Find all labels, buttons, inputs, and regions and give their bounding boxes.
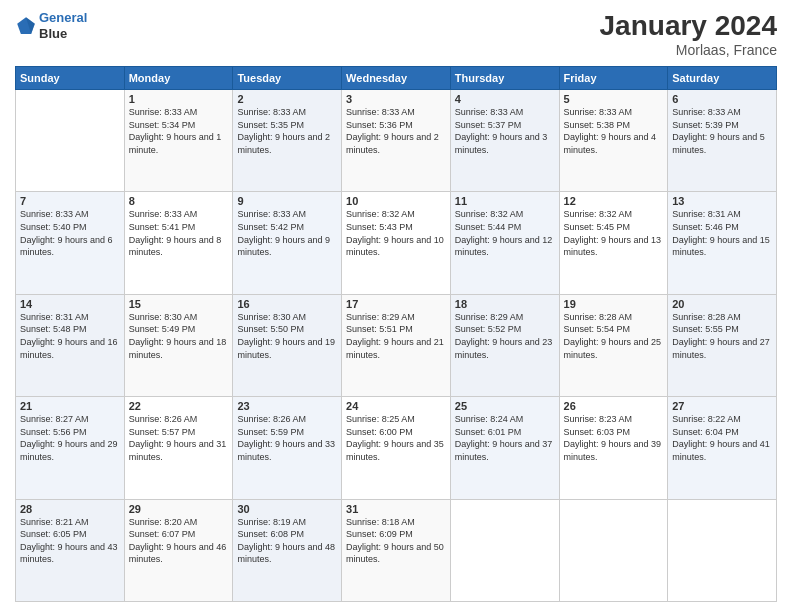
sunrise-text: Sunrise: 8:30 AM [237, 311, 337, 324]
day-number: 13 [672, 195, 772, 207]
sunrise-text: Sunrise: 8:33 AM [129, 106, 229, 119]
weekday-header: Friday [559, 67, 668, 90]
logo-line2: Blue [39, 26, 87, 42]
sunset-text: Sunset: 5:43 PM [346, 221, 446, 234]
sunrise-text: Sunrise: 8:30 AM [129, 311, 229, 324]
sunset-text: Sunset: 5:50 PM [237, 323, 337, 336]
calendar-cell: 24 Sunrise: 8:25 AM Sunset: 6:00 PM Dayl… [342, 397, 451, 499]
daylight-text: Daylight: 9 hours and 8 minutes. [129, 234, 229, 259]
calendar-cell: 16 Sunrise: 8:30 AM Sunset: 5:50 PM Dayl… [233, 294, 342, 396]
calendar-cell [450, 499, 559, 601]
daylight-text: Daylight: 9 hours and 31 minutes. [129, 438, 229, 463]
sunset-text: Sunset: 5:38 PM [564, 119, 664, 132]
daylight-text: Daylight: 9 hours and 39 minutes. [564, 438, 664, 463]
daylight-text: Daylight: 9 hours and 15 minutes. [672, 234, 772, 259]
logo-line1: General [39, 10, 87, 25]
calendar-week-row: 1 Sunrise: 8:33 AM Sunset: 5:34 PM Dayli… [16, 90, 777, 192]
calendar-cell: 17 Sunrise: 8:29 AM Sunset: 5:51 PM Dayl… [342, 294, 451, 396]
calendar-cell [668, 499, 777, 601]
calendar-cell: 19 Sunrise: 8:28 AM Sunset: 5:54 PM Dayl… [559, 294, 668, 396]
calendar-week-row: 14 Sunrise: 8:31 AM Sunset: 5:48 PM Dayl… [16, 294, 777, 396]
daylight-text: Daylight: 9 hours and 10 minutes. [346, 234, 446, 259]
calendar-cell: 27 Sunrise: 8:22 AM Sunset: 6:04 PM Dayl… [668, 397, 777, 499]
sunrise-text: Sunrise: 8:33 AM [237, 106, 337, 119]
day-info: Sunrise: 8:33 AM Sunset: 5:36 PM Dayligh… [346, 106, 446, 156]
sunset-text: Sunset: 5:45 PM [564, 221, 664, 234]
calendar-cell [559, 499, 668, 601]
day-info: Sunrise: 8:31 AM Sunset: 5:46 PM Dayligh… [672, 208, 772, 258]
sunrise-text: Sunrise: 8:32 AM [455, 208, 555, 221]
sunset-text: Sunset: 5:55 PM [672, 323, 772, 336]
sunset-text: Sunset: 5:34 PM [129, 119, 229, 132]
calendar-cell [16, 90, 125, 192]
day-info: Sunrise: 8:29 AM Sunset: 5:52 PM Dayligh… [455, 311, 555, 361]
daylight-text: Daylight: 9 hours and 29 minutes. [20, 438, 120, 463]
sunset-text: Sunset: 5:56 PM [20, 426, 120, 439]
sunset-text: Sunset: 5:51 PM [346, 323, 446, 336]
sunrise-text: Sunrise: 8:19 AM [237, 516, 337, 529]
calendar-cell: 2 Sunrise: 8:33 AM Sunset: 5:35 PM Dayli… [233, 90, 342, 192]
day-info: Sunrise: 8:24 AM Sunset: 6:01 PM Dayligh… [455, 413, 555, 463]
calendar-cell: 18 Sunrise: 8:29 AM Sunset: 5:52 PM Dayl… [450, 294, 559, 396]
calendar-header: SundayMondayTuesdayWednesdayThursdayFrid… [16, 67, 777, 90]
daylight-text: Daylight: 9 hours and 50 minutes. [346, 541, 446, 566]
sunrise-text: Sunrise: 8:32 AM [346, 208, 446, 221]
sunset-text: Sunset: 5:57 PM [129, 426, 229, 439]
calendar-week-row: 21 Sunrise: 8:27 AM Sunset: 5:56 PM Dayl… [16, 397, 777, 499]
day-number: 18 [455, 298, 555, 310]
day-info: Sunrise: 8:33 AM Sunset: 5:35 PM Dayligh… [237, 106, 337, 156]
day-info: Sunrise: 8:29 AM Sunset: 5:51 PM Dayligh… [346, 311, 446, 361]
sunrise-text: Sunrise: 8:29 AM [346, 311, 446, 324]
sunset-text: Sunset: 6:07 PM [129, 528, 229, 541]
sunrise-text: Sunrise: 8:32 AM [564, 208, 664, 221]
calendar-cell: 1 Sunrise: 8:33 AM Sunset: 5:34 PM Dayli… [124, 90, 233, 192]
calendar-cell: 3 Sunrise: 8:33 AM Sunset: 5:36 PM Dayli… [342, 90, 451, 192]
title-block: January 2024 Morlaas, France [600, 10, 777, 58]
daylight-text: Daylight: 9 hours and 12 minutes. [455, 234, 555, 259]
day-number: 22 [129, 400, 229, 412]
day-number: 11 [455, 195, 555, 207]
weekday-header: Monday [124, 67, 233, 90]
calendar-cell: 5 Sunrise: 8:33 AM Sunset: 5:38 PM Dayli… [559, 90, 668, 192]
daylight-text: Daylight: 9 hours and 25 minutes. [564, 336, 664, 361]
day-number: 14 [20, 298, 120, 310]
sunset-text: Sunset: 5:46 PM [672, 221, 772, 234]
sunrise-text: Sunrise: 8:24 AM [455, 413, 555, 426]
sunset-text: Sunset: 5:40 PM [20, 221, 120, 234]
daylight-text: Daylight: 9 hours and 4 minutes. [564, 131, 664, 156]
sunrise-text: Sunrise: 8:33 AM [129, 208, 229, 221]
day-info: Sunrise: 8:26 AM Sunset: 5:59 PM Dayligh… [237, 413, 337, 463]
calendar-cell: 8 Sunrise: 8:33 AM Sunset: 5:41 PM Dayli… [124, 192, 233, 294]
calendar-cell: 7 Sunrise: 8:33 AM Sunset: 5:40 PM Dayli… [16, 192, 125, 294]
calendar-cell: 6 Sunrise: 8:33 AM Sunset: 5:39 PM Dayli… [668, 90, 777, 192]
day-info: Sunrise: 8:20 AM Sunset: 6:07 PM Dayligh… [129, 516, 229, 566]
calendar-cell: 26 Sunrise: 8:23 AM Sunset: 6:03 PM Dayl… [559, 397, 668, 499]
day-number: 10 [346, 195, 446, 207]
daylight-text: Daylight: 9 hours and 33 minutes. [237, 438, 337, 463]
day-info: Sunrise: 8:33 AM Sunset: 5:40 PM Dayligh… [20, 208, 120, 258]
day-number: 25 [455, 400, 555, 412]
daylight-text: Daylight: 9 hours and 41 minutes. [672, 438, 772, 463]
daylight-text: Daylight: 9 hours and 2 minutes. [346, 131, 446, 156]
calendar-cell: 22 Sunrise: 8:26 AM Sunset: 5:57 PM Dayl… [124, 397, 233, 499]
day-info: Sunrise: 8:19 AM Sunset: 6:08 PM Dayligh… [237, 516, 337, 566]
daylight-text: Daylight: 9 hours and 18 minutes. [129, 336, 229, 361]
calendar-cell: 14 Sunrise: 8:31 AM Sunset: 5:48 PM Dayl… [16, 294, 125, 396]
calendar-cell: 21 Sunrise: 8:27 AM Sunset: 5:56 PM Dayl… [16, 397, 125, 499]
day-info: Sunrise: 8:23 AM Sunset: 6:03 PM Dayligh… [564, 413, 664, 463]
day-number: 26 [564, 400, 664, 412]
daylight-text: Daylight: 9 hours and 6 minutes. [20, 234, 120, 259]
day-info: Sunrise: 8:26 AM Sunset: 5:57 PM Dayligh… [129, 413, 229, 463]
sunrise-text: Sunrise: 8:33 AM [455, 106, 555, 119]
day-number: 8 [129, 195, 229, 207]
sunset-text: Sunset: 6:09 PM [346, 528, 446, 541]
day-info: Sunrise: 8:31 AM Sunset: 5:48 PM Dayligh… [20, 311, 120, 361]
sunset-text: Sunset: 6:00 PM [346, 426, 446, 439]
day-number: 27 [672, 400, 772, 412]
sunset-text: Sunset: 5:48 PM [20, 323, 120, 336]
day-number: 1 [129, 93, 229, 105]
day-number: 30 [237, 503, 337, 515]
daylight-text: Daylight: 9 hours and 37 minutes. [455, 438, 555, 463]
sunrise-text: Sunrise: 8:21 AM [20, 516, 120, 529]
day-number: 4 [455, 93, 555, 105]
